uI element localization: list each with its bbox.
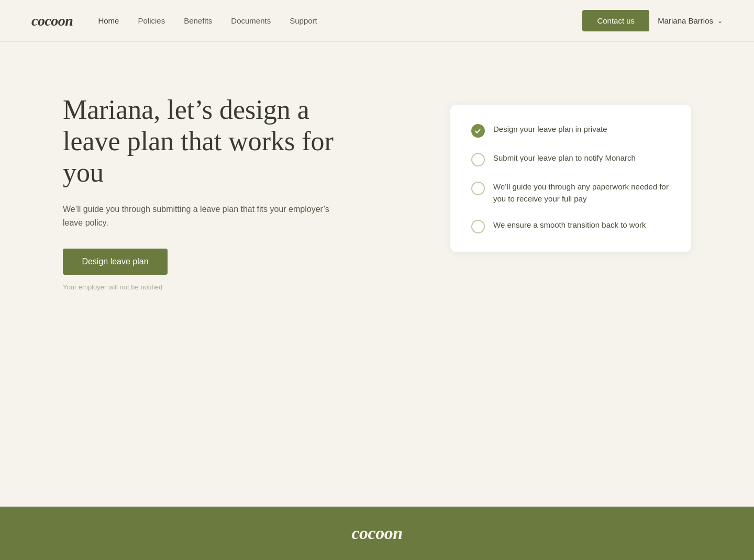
checklist-text-1: Design your leave plan in private (493, 124, 607, 136)
user-menu[interactable]: Mariana Barrios ⌄ (658, 16, 723, 25)
main-content: Mariana, let’s design a leave plan that … (0, 42, 754, 507)
nav-item-benefits[interactable]: Benefits (184, 16, 212, 26)
checklist-item-4: We ensure a smooth transition back to wo… (471, 219, 670, 233)
nav-link-benefits[interactable]: Benefits (184, 16, 212, 25)
nav-link-policies[interactable]: Policies (138, 16, 165, 25)
nav-link-support[interactable]: Support (290, 16, 317, 25)
check-circle-unchecked-icon-4 (471, 220, 485, 233)
nav-links: Home Policies Benefits Documents Support (98, 16, 317, 26)
check-circle-unchecked-icon-3 (471, 182, 485, 195)
nav-item-support[interactable]: Support (290, 16, 317, 26)
nav-link-documents[interactable]: Documents (231, 16, 271, 25)
checklist-text-2: Submit your leave plan to notify Monarch (493, 152, 636, 164)
nav-left: cocoon Home Policies Benefits Documents … (31, 13, 317, 29)
nav-right: Contact us Mariana Barrios ⌄ (582, 10, 723, 31)
chevron-down-icon: ⌄ (717, 17, 723, 25)
nav-item-documents[interactable]: Documents (231, 16, 271, 26)
nav-link-home[interactable]: Home (98, 16, 119, 25)
footer-logo: cocoon (351, 523, 402, 543)
checklist-text-3: We’ll guide you through any paperwork ne… (493, 181, 670, 205)
nav-item-policies[interactable]: Policies (138, 16, 165, 26)
check-circle-checked-icon (471, 124, 485, 138)
checklist-text-4: We ensure a smooth transition back to wo… (493, 219, 646, 231)
checklist-item-1: Design your leave plan in private (471, 124, 670, 138)
hero-subtext: We’ll guide you through submitting a lea… (63, 203, 335, 229)
checklist-card: Design your leave plan in private Submit… (450, 105, 691, 252)
user-name: Mariana Barrios (658, 16, 713, 25)
hero-section: Mariana, let’s design a leave plan that … (63, 94, 335, 291)
design-leave-plan-button[interactable]: Design leave plan (63, 249, 168, 275)
nav-item-home[interactable]: Home (98, 16, 119, 26)
employer-note: Your employer will not be notified (63, 283, 335, 291)
hero-heading: Mariana, let’s design a leave plan that … (63, 94, 335, 188)
footer: cocoon (0, 507, 754, 560)
checklist-item-3: We’ll guide you through any paperwork ne… (471, 181, 670, 205)
navbar: cocoon Home Policies Benefits Documents … (0, 0, 754, 42)
check-circle-unchecked-icon-2 (471, 153, 485, 166)
contact-us-button[interactable]: Contact us (582, 10, 649, 31)
logo[interactable]: cocoon (31, 13, 73, 29)
checklist-item-2: Submit your leave plan to notify Monarch (471, 152, 670, 166)
